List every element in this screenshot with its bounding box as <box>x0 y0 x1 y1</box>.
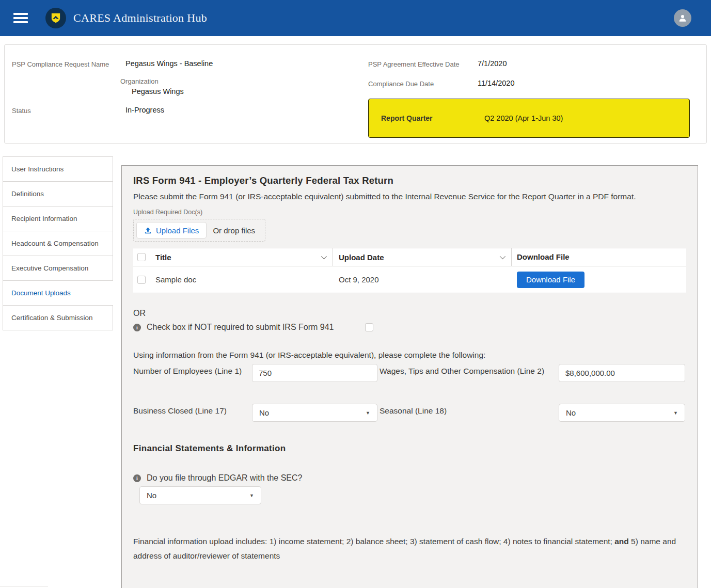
app-header: CARES Administration Hub <box>0 0 711 36</box>
edgar-value: No <box>147 491 156 500</box>
organization-value: Pegasus Wings <box>132 87 368 96</box>
form941-section-title: IRS Form 941 - Employer’s Quarterly Fede… <box>133 175 686 186</box>
upload-date-cell: Oct 9, 2020 <box>339 275 379 284</box>
sidebar-item-recipient-information[interactable]: Recipient Information <box>3 206 113 231</box>
doc-title-cell: Sample doc <box>155 275 196 284</box>
table-row: Sample doc Oct 9, 2020 Download File <box>133 266 686 293</box>
upload-files-button[interactable]: Upload Files <box>136 222 207 239</box>
business-closed-dropdown[interactable]: No ▼ <box>252 404 377 422</box>
seasonal-dropdown[interactable]: No ▼ <box>559 404 685 422</box>
document-uploads-panel: IRS Form 941 - Employer’s Quarterly Fede… <box>121 165 698 588</box>
upload-required-label: Upload Required Doc(s) <box>133 209 686 216</box>
request-name-label: PSP Compliance Request Name <box>12 59 125 69</box>
employees-input[interactable] <box>252 364 377 382</box>
sidebar-item-headcount-compensation[interactable]: Headcount & Compensation <box>3 231 113 256</box>
report-quarter-highlight: Report Quarter Q2 2020 (Apr 1-Jun 30) <box>368 99 690 138</box>
financial-note: Financial information upload includes: 1… <box>133 534 686 563</box>
section-nav: User Instructions Definitions Recipient … <box>3 156 113 330</box>
user-avatar[interactable] <box>674 9 691 27</box>
business-closed-label: Business Closed (Line 17) <box>133 404 229 418</box>
app-logo <box>45 8 66 28</box>
sidebar-item-document-uploads[interactable]: Document Uploads <box>3 280 113 306</box>
form-row-1: Number of Employees (Line 1) Wages, Tips… <box>133 364 686 382</box>
drop-files-label: Or drop files <box>207 226 262 235</box>
info-icon[interactable]: i <box>133 474 141 482</box>
form941-section-description: Please submit the Form 941 (or IRS-accep… <box>133 189 686 204</box>
row-checkbox[interactable] <box>137 276 146 284</box>
seasonal-label: Seasonal (Line 18) <box>377 404 559 422</box>
person-icon <box>677 13 688 23</box>
info-icon[interactable]: i <box>133 324 141 331</box>
sidebar-item-certification-submission[interactable]: Certification & Submission <box>3 305 113 330</box>
report-quarter-label: Report Quarter <box>381 114 484 122</box>
wages-input[interactable] <box>559 364 685 382</box>
edgar-question-label: Do you file through EDGAR with the SEC? <box>147 473 302 483</box>
effective-date-value: 7/1/2020 <box>478 59 507 69</box>
select-all-checkbox[interactable] <box>137 253 146 261</box>
dropdown-arrow-icon: ▼ <box>249 493 254 498</box>
edgar-question-row: i Do you file through EDGAR with the SEC… <box>133 473 686 483</box>
file-dropzone[interactable]: Upload Files Or drop files <box>133 219 265 242</box>
chevron-down-icon[interactable] <box>321 253 327 259</box>
financial-section-title: Financial Statements & Information <box>133 443 686 454</box>
column-header-title[interactable]: Title <box>155 253 171 262</box>
due-date-label: Compliance Due Date <box>368 79 478 89</box>
sidebar-item-user-instructions[interactable]: User Instructions <box>3 156 113 182</box>
or-separator-label: OR <box>133 309 686 318</box>
uploaded-docs-table: Title Upload Date Download File Sample d… <box>133 248 686 293</box>
status-label: Status <box>12 106 125 116</box>
financial-note-bold: and <box>614 537 629 546</box>
chevron-down-icon[interactable] <box>500 253 505 259</box>
report-quarter-value: Q2 2020 (Apr 1-Jun 30) <box>484 114 563 122</box>
menu-icon[interactable] <box>13 13 28 23</box>
request-name-value: Pegasus Wings - Baseline <box>125 59 213 69</box>
table-header-row: Title Upload Date Download File <box>133 248 686 266</box>
compliance-summary-card: PSP Compliance Request Name Pegasus Wing… <box>4 44 707 144</box>
column-header-download-file: Download File <box>517 252 570 261</box>
app-title: CARES Administration Hub <box>73 11 207 25</box>
sidebar-item-executive-compensation[interactable]: Executive Compensation <box>3 256 113 281</box>
not-required-checkbox[interactable] <box>365 323 373 331</box>
upload-icon <box>144 227 152 234</box>
status-value: In-Progress <box>125 106 164 116</box>
form-row-2: Business Closed (Line 17) No ▼ Seasonal … <box>133 404 686 422</box>
dropdown-arrow-icon: ▼ <box>366 410 370 416</box>
organization-label: Organization <box>120 76 368 86</box>
upload-files-label: Upload Files <box>156 226 199 235</box>
shield-logo-icon <box>49 11 62 25</box>
column-header-upload-date[interactable]: Upload Date <box>339 253 384 262</box>
not-required-row: i Check box if NOT required to submit IR… <box>133 323 686 332</box>
cutoff-element-edge <box>0 586 48 587</box>
effective-date-label: PSP Agreement Effective Date <box>368 59 478 69</box>
download-file-button[interactable]: Download File <box>517 272 584 288</box>
not-required-label: Check box if NOT required to submit IRS … <box>147 323 334 332</box>
financial-note-part1: Financial information upload includes: 1… <box>133 537 614 546</box>
employees-label: Number of Employees (Line 1) <box>133 364 252 382</box>
seasonal-value: No <box>566 408 576 417</box>
edgar-dropdown[interactable]: No ▼ <box>139 486 261 504</box>
business-closed-value: No <box>259 408 269 417</box>
due-date-value: 11/14/2020 <box>478 79 515 89</box>
using-info-text: Using information from the Form 941 (or … <box>133 351 686 360</box>
wages-label: Wages, Tips and Other Compensation (Line… <box>377 364 559 382</box>
dropdown-arrow-icon: ▼ <box>673 410 678 416</box>
sidebar-item-definitions[interactable]: Definitions <box>3 181 113 206</box>
